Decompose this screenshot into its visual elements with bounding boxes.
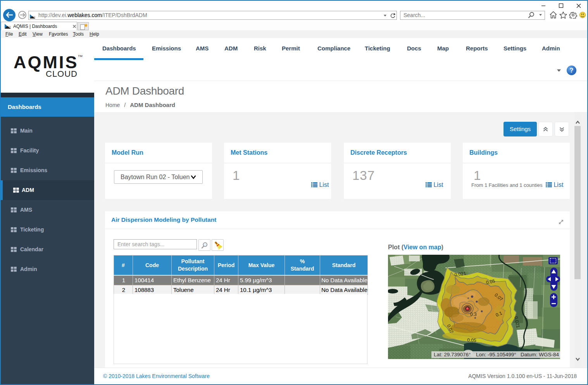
svg-text:Lon: -95.105499°: Lon: -95.105499° [476,352,516,357]
svg-text:Datum: WGS-84: Datum: WGS-84 [521,352,559,357]
svg-text:0.3: 0.3 [470,312,477,317]
svg-text:Lat: 29.739076°: Lat: 29.739076° [434,352,471,357]
svg-text:0.05: 0.05 [467,337,476,343]
